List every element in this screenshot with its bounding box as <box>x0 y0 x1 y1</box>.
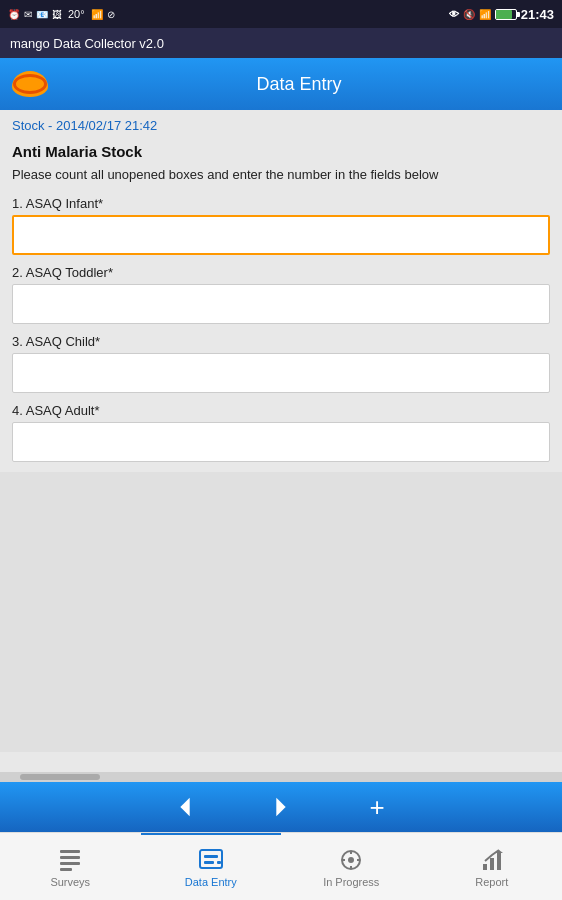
tab-surveys-label: Surveys <box>50 876 90 888</box>
surveys-icon <box>56 848 84 872</box>
app-logo <box>12 71 48 97</box>
field-input-4[interactable] <box>12 422 550 462</box>
eye-icon: 👁 <box>449 9 459 20</box>
svg-rect-7 <box>204 855 218 858</box>
app-title: mango Data Collector v2.0 <box>10 36 164 51</box>
field-group-2: 2. ASAQ Toddler* <box>12 265 550 324</box>
tab-report-label: Report <box>475 876 508 888</box>
alarm-icon: ⏰ <box>8 9 20 20</box>
svg-rect-9 <box>217 861 221 864</box>
status-left: ⏰ ✉ 📧 🖼 20° 📶 ⊘ <box>8 8 115 20</box>
field-group-1: 1. ASAQ Infant* <box>12 196 550 255</box>
header-title: Data Entry <box>48 74 550 95</box>
scroll-bar-container[interactable] <box>0 772 562 782</box>
svg-rect-6 <box>200 850 222 868</box>
app-title-bar: mango Data Collector v2.0 <box>0 28 562 58</box>
status-right: 👁 🔇 📶 21:43 <box>449 7 554 22</box>
battery-indicator <box>495 9 517 20</box>
svg-marker-1 <box>276 798 285 817</box>
field-label-3: 3. ASAQ Child* <box>12 334 550 349</box>
tab-data-entry[interactable]: Data Entry <box>141 833 282 900</box>
back-button[interactable] <box>167 789 203 825</box>
svg-rect-5 <box>60 868 72 871</box>
status-bar: ⏰ ✉ 📧 🖼 20° 📶 ⊘ 👁 🔇 📶 21:43 <box>0 0 562 28</box>
message-icon: ✉ <box>24 9 32 20</box>
mute-icon: 🔇 <box>463 9 475 20</box>
svg-rect-3 <box>60 856 80 859</box>
wifi-icon: 📶 <box>91 9 103 20</box>
field-label-4: 4. ASAQ Adult* <box>12 403 550 418</box>
svg-rect-18 <box>497 852 501 870</box>
svg-rect-8 <box>204 861 214 864</box>
tab-surveys[interactable]: Surveys <box>0 833 141 900</box>
breadcrumb: Stock - 2014/02/17 21:42 <box>12 118 550 133</box>
nav-controls: + <box>0 782 562 832</box>
scroll-thumb <box>20 774 100 780</box>
add-button[interactable]: + <box>359 789 395 825</box>
add-icon: + <box>369 792 384 823</box>
field-input-1[interactable] <box>12 215 550 255</box>
clock: 21:43 <box>521 7 554 22</box>
scrollable-content: Stock - 2014/02/17 21:42 Anti Malaria St… <box>0 110 562 772</box>
wifi-icon-right: 📶 <box>479 9 491 20</box>
field-label-2: 2. ASAQ Toddler* <box>12 265 550 280</box>
svg-point-11 <box>348 857 354 863</box>
header: Data Entry <box>0 58 562 110</box>
temperature: 20° <box>68 8 85 20</box>
field-group-4: 4. ASAQ Adult* <box>12 403 550 462</box>
field-label-1: 1. ASAQ Infant* <box>12 196 550 211</box>
spacer-area <box>0 472 562 752</box>
content-inner: Stock - 2014/02/17 21:42 Anti Malaria St… <box>0 110 562 184</box>
fields-area: 1. ASAQ Infant*2. ASAQ Toddler*3. ASAQ C… <box>0 196 562 462</box>
field-group-3: 3. ASAQ Child* <box>12 334 550 393</box>
svg-rect-16 <box>483 864 487 870</box>
svg-rect-4 <box>60 862 80 865</box>
tab-in-progress-label: In Progress <box>323 876 379 888</box>
svg-rect-2 <box>60 850 80 853</box>
block-icon: ⊘ <box>107 9 115 20</box>
page-wrapper: ⏰ ✉ 📧 🖼 20° 📶 ⊘ 👁 🔇 📶 21:43 mango Data C… <box>0 0 562 900</box>
forward-button[interactable] <box>263 789 299 825</box>
form-title: Anti Malaria Stock <box>12 143 550 160</box>
tab-in-progress[interactable]: In Progress <box>281 833 422 900</box>
tab-data-entry-label: Data Entry <box>185 876 237 888</box>
field-input-2[interactable] <box>12 284 550 324</box>
svg-marker-0 <box>180 798 189 817</box>
tab-bar: Surveys Data Entry In Progress <box>0 832 562 900</box>
form-instructions: Please count all unopened boxes and ente… <box>12 166 550 184</box>
email-icon: 📧 <box>36 9 48 20</box>
svg-rect-17 <box>490 858 494 870</box>
image-icon: 🖼 <box>52 9 62 20</box>
data-entry-icon <box>197 848 225 872</box>
in-progress-icon <box>337 848 365 872</box>
field-input-3[interactable] <box>12 353 550 393</box>
tab-report[interactable]: Report <box>422 833 563 900</box>
report-icon <box>478 848 506 872</box>
